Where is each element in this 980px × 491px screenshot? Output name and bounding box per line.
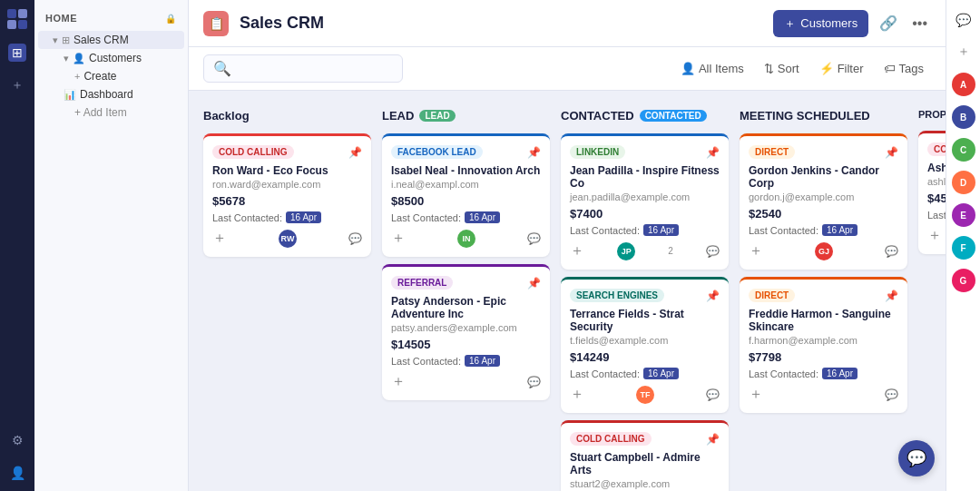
pin-icon[interactable]: 📌 (348, 146, 362, 159)
pin-icon[interactable]: 📌 (706, 433, 720, 446)
nav-settings-icon[interactable]: ⚙ (8, 431, 26, 449)
card-avatars: GJ (815, 242, 833, 260)
card-add-button[interactable]: ＋ (212, 229, 227, 248)
card-date-row: Last Contacted: 16 Apr (391, 355, 541, 367)
column-contacted-header: CONTACTED CONTACTED (561, 105, 729, 126)
card-gordon-jenkins: DIRECT 📌 Gordon Jenkins - Candor Corp go… (740, 133, 907, 270)
card-ashley-moreno: COLD EMAIL 📌 Ashley Moreno - Vor... ashl… (918, 131, 946, 254)
svg-rect-2 (7, 20, 16, 29)
comment-icon[interactable]: 💬 (527, 232, 541, 245)
link-button[interactable]: 🔗 (876, 11, 901, 35)
last-contacted-label: Last Contacted: (749, 225, 818, 236)
add-panel-icon[interactable]: ＋ (954, 40, 974, 64)
page-header-icon: 📋 (203, 11, 229, 36)
nav-user-icon[interactable]: 👤 (8, 464, 26, 482)
comment-icon[interactable]: 💬 (706, 388, 720, 401)
sort-button[interactable]: ⇅ Sort (757, 58, 807, 79)
column-proposal-header: PROPOSAL DELIVER... (918, 105, 946, 123)
sidebar-item-customers[interactable]: ▾ 👤 Customers (38, 49, 184, 67)
page-header: 📋 Sales CRM ＋ Customers 🔗 ••• (189, 0, 946, 47)
sort-icon: ⇅ (764, 62, 774, 75)
column-contacted: CONTACTED CONTACTED LINKEDIN 📌 Jean Padi… (561, 105, 729, 476)
card-date-row: Last Contacted: 16 Apr (927, 209, 946, 221)
pin-icon[interactable]: 📌 (527, 277, 541, 290)
pin-icon[interactable]: 📌 (885, 290, 898, 302)
pin-icon[interactable]: 📌 (706, 146, 720, 159)
card-footer: ＋ JP 2 💬 (570, 241, 720, 260)
comment-icon[interactable]: 💬 (527, 376, 541, 388)
add-item-button[interactable]: + Add Item (38, 103, 184, 122)
svg-rect-0 (7, 9, 16, 18)
avatar: RW (279, 230, 297, 248)
card-add-button[interactable]: ＋ (391, 372, 406, 391)
search-icon: 🔍 (213, 60, 231, 77)
tags-icon: 🏷 (884, 62, 896, 75)
search-input[interactable] (237, 62, 393, 75)
card-avatars: IN (457, 230, 475, 248)
card-footer: ＋ 💬 (391, 372, 541, 391)
customers-button[interactable]: ＋ Customers (773, 10, 868, 37)
support-chat-bubble[interactable]: 💬 (898, 440, 935, 476)
card-email: ashley.moreno@examp... (927, 176, 946, 187)
card-date-row: Last Contacted: 16 Apr (570, 224, 720, 236)
card-email: patsy.anders@example.com (391, 322, 541, 333)
card-date-row: Last Contacted: 16 Apr (749, 368, 898, 379)
nav-home-icon[interactable]: ⊞ (8, 44, 26, 62)
app-logo (7, 9, 27, 29)
chat-icon[interactable]: 💬 (952, 9, 975, 31)
card-email: gordon.j@example.com (749, 191, 898, 202)
tags-button[interactable]: 🏷 Tags (877, 58, 931, 79)
toolbar-actions: 👤 All Items ⇅ Sort ⚡ Filter 🏷 Tags (673, 58, 931, 79)
last-contacted-label: Last Contacted: (570, 368, 640, 379)
card-name: Patsy Anderson - Epic Adventure Inc (391, 295, 541, 320)
card-amount: $7400 (570, 207, 720, 221)
date-badge: 16 Apr (643, 368, 679, 379)
sidebar-sales-crm-label: Sales CRM (74, 34, 177, 46)
card-add-button[interactable]: ＋ (570, 385, 584, 404)
sidebar-item-dashboard[interactable]: 📊 Dashboard (38, 85, 184, 103)
comment-icon[interactable]: 💬 (885, 245, 898, 258)
panel-avatar-7: G (952, 269, 975, 292)
comment-icon[interactable]: 💬 (885, 388, 898, 401)
search-box[interactable]: 🔍 (203, 54, 403, 83)
card-tag-row: FACEBOOK LEAD 📌 (391, 145, 541, 159)
card-add-button[interactable]: ＋ (749, 385, 763, 404)
card-add-button[interactable]: ＋ (570, 241, 584, 260)
panel-avatar-5: E (952, 203, 975, 227)
card-add-button[interactable]: ＋ (749, 241, 763, 260)
card-tag-row: COLD EMAIL 📌 (927, 142, 946, 156)
nav-add-icon[interactable]: ＋ (8, 76, 26, 94)
card-add-button[interactable]: ＋ (391, 229, 406, 248)
column-contacted-badge: CONTACTED (640, 110, 707, 122)
card-footer: ＋ GJ 💬 (749, 241, 898, 260)
date-badge: 16 Apr (822, 224, 858, 236)
card-tag: COLD CALLING (570, 432, 652, 446)
card-email: i.neal@exampl.com (391, 179, 541, 190)
card-avatars: TF (636, 386, 654, 404)
card-footer: ＋ RW 💬 (212, 229, 362, 248)
column-lead-title: LEAD (382, 109, 414, 123)
more-options-button[interactable]: ••• (908, 12, 931, 35)
customers-expand-icon: ▾ (64, 53, 69, 64)
pin-icon[interactable]: 📌 (706, 290, 720, 302)
sales-crm-grid-icon: ⊞ (62, 34, 70, 46)
comment-icon[interactable]: 💬 (706, 245, 720, 258)
panel-avatar-6: F (952, 236, 975, 260)
sidebar-item-sales-crm[interactable]: ▾ ⊞ Sales CRM (38, 31, 184, 49)
all-items-label: All Items (699, 62, 744, 75)
pin-icon[interactable]: 📌 (527, 146, 541, 159)
all-items-button[interactable]: 👤 All Items (673, 58, 751, 79)
sidebar-item-create[interactable]: + Create (38, 67, 184, 85)
card-tag-row: LINKEDIN 📌 (570, 145, 720, 159)
card-avatars: JP (617, 242, 635, 260)
card-tag: COLD EMAIL (927, 142, 946, 156)
card-amount: $14505 (391, 338, 541, 351)
card-date-row: Last Contacted: 16 Apr (570, 368, 720, 379)
card-add-button[interactable]: ＋ (927, 226, 942, 245)
card-name: Ashley Moreno - Vor... (927, 162, 946, 174)
card-name: Freddie Harmon - Sanguine Skincare (749, 308, 898, 333)
filter-button[interactable]: ⚡ Filter (812, 58, 871, 79)
column-backlog: Backlog COLD CALLING 📌 Ron Ward - Eco Fo… (203, 105, 371, 476)
comment-icon[interactable]: 💬 (348, 232, 362, 245)
pin-icon[interactable]: 📌 (885, 146, 898, 159)
